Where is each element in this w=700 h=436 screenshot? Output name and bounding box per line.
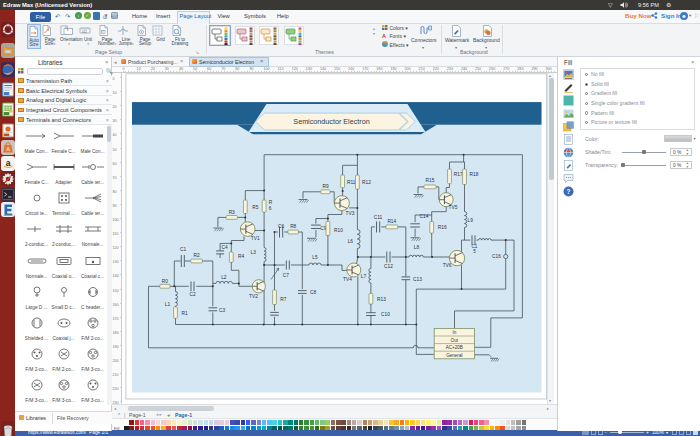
svg-text:C13: C13: [413, 276, 422, 281]
svg-text:?: ?: [567, 188, 571, 195]
svg-text:C10: C10: [381, 312, 390, 317]
svg-text:L7: L7: [361, 274, 367, 279]
svg-text:C7: C7: [283, 273, 289, 278]
svg-text:In: In: [452, 329, 456, 334]
svg-text:R5: R5: [252, 204, 258, 209]
svg-text:TV1: TV1: [251, 236, 260, 241]
svg-text:R14: R14: [387, 218, 396, 223]
svg-text:TV3: TV3: [346, 210, 355, 215]
svg-text:C12: C12: [384, 264, 393, 269]
svg-text:R17: R17: [454, 172, 463, 177]
svg-text:R11: R11: [347, 179, 356, 184]
svg-text:L9: L9: [468, 217, 474, 222]
svg-text:R16: R16: [438, 225, 447, 230]
svg-text:R1: R1: [182, 311, 188, 316]
svg-text:R9: R9: [322, 184, 328, 189]
svg-text:R8: R8: [290, 223, 296, 228]
svg-text:C8: C8: [310, 290, 316, 295]
svg-text:R10: R10: [334, 228, 343, 233]
svg-text:Semiconductor Electron: Semiconductor Electron: [293, 117, 369, 126]
svg-text:R18: R18: [470, 172, 479, 177]
svg-text:R12: R12: [362, 179, 371, 184]
svg-text:C6: C6: [278, 223, 284, 228]
svg-text:a: a: [5, 158, 10, 168]
svg-text:R0: R0: [162, 278, 168, 283]
svg-text:012: 012: [82, 29, 87, 33]
svg-text:TV4: TV4: [343, 276, 352, 281]
svg-text:L5: L5: [312, 255, 318, 260]
svg-text:C3: C3: [219, 307, 225, 312]
svg-text:Out: Out: [451, 337, 459, 342]
svg-text:R: R: [269, 200, 273, 205]
svg-text:L2: L2: [221, 274, 227, 279]
svg-text:TV5: TV5: [449, 205, 458, 210]
svg-text:R7: R7: [280, 297, 286, 302]
svg-text:R3: R3: [229, 209, 235, 214]
svg-text:6: 6: [269, 206, 272, 211]
svg-text:A: A: [6, 146, 10, 152]
svg-text:General: General: [446, 352, 462, 357]
svg-text:TV2: TV2: [249, 294, 258, 299]
svg-text:C1: C1: [180, 247, 186, 252]
svg-text:L1: L1: [165, 301, 171, 306]
svg-text:C2: C2: [189, 292, 195, 297]
svg-text:C16: C16: [492, 254, 501, 259]
svg-text:C11: C11: [374, 215, 383, 220]
svg-text:L3: L3: [251, 250, 257, 255]
svg-text:C4: C4: [221, 244, 227, 249]
svg-text:R4: R4: [238, 253, 244, 258]
svg-text:AC+20B: AC+20B: [446, 345, 463, 350]
svg-text:TV6: TV6: [443, 263, 452, 268]
svg-text:R13: R13: [377, 297, 386, 302]
svg-text:L6: L6: [348, 239, 354, 244]
svg-text:R2: R2: [193, 253, 199, 258]
svg-text:R15: R15: [426, 178, 435, 183]
svg-text:L8: L8: [414, 244, 420, 249]
svg-text:C14: C14: [420, 213, 429, 218]
